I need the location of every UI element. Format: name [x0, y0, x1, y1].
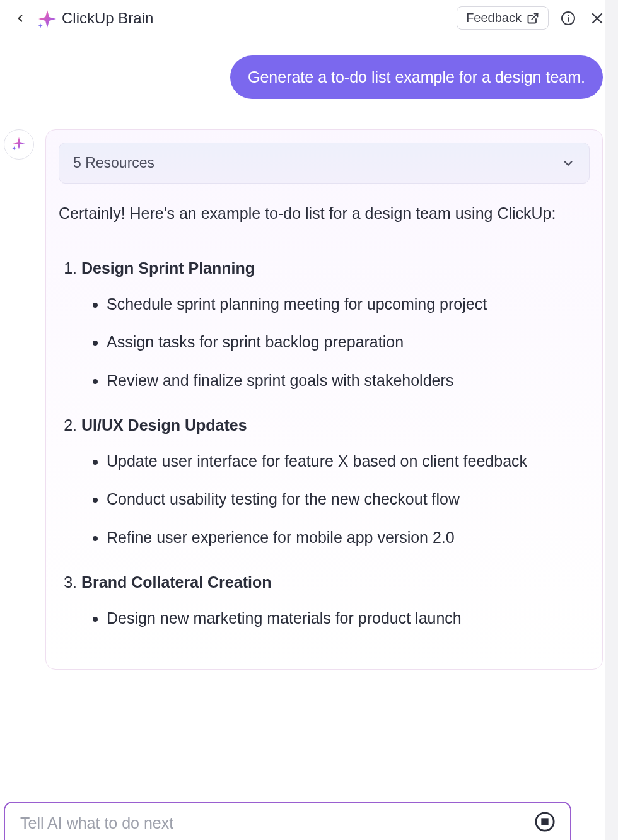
- list-item: Conduct usability testing for the new ch…: [107, 487, 590, 511]
- ai-input-field[interactable]: [20, 814, 526, 832]
- header-right: Feedback: [457, 6, 607, 30]
- close-button[interactable]: [588, 9, 607, 28]
- feedback-label: Feedback: [466, 11, 522, 25]
- info-button[interactable]: [559, 9, 578, 28]
- feedback-button[interactable]: Feedback: [457, 6, 549, 30]
- resources-toggle[interactable]: 5 Resources: [59, 143, 590, 184]
- svg-line-0: [532, 13, 537, 19]
- section-title: Brand Collateral Creation: [81, 573, 271, 591]
- section-items: Schedule sprint planning meeting for upc…: [81, 292, 590, 393]
- list-item: Review and finalize sprint goals with st…: [107, 368, 590, 393]
- chat-area: Generate a to-do list example for a desi…: [0, 40, 618, 670]
- sparkle-icon: [11, 136, 27, 153]
- chevron-left-icon: [15, 13, 26, 24]
- list-item: Update user interface for feature X base…: [107, 449, 590, 474]
- todo-section: UI/UX Design Updates Update user interfa…: [81, 413, 590, 550]
- stop-icon: [534, 811, 556, 832]
- list-item: Design new marketing materials for produ…: [107, 606, 590, 631]
- external-link-icon: [527, 12, 539, 25]
- todo-section: Design Sprint Planning Schedule sprint p…: [81, 256, 590, 393]
- svg-point-3: [568, 15, 569, 16]
- list-item: Refine user experience for mobile app ve…: [107, 525, 590, 550]
- info-icon: [561, 11, 576, 26]
- close-icon: [590, 11, 605, 26]
- ai-intro-text: Certainly! Here's an example to-do list …: [59, 201, 590, 226]
- ai-message-row: 5 Resources Certainly! Here's an example…: [15, 129, 603, 670]
- todo-section: Brand Collateral Creation Design new mar…: [81, 570, 590, 631]
- app-title: ClickUp Brain: [62, 9, 153, 27]
- ai-response-card: 5 Resources Certainly! Here's an example…: [45, 129, 603, 670]
- stop-button[interactable]: [532, 809, 557, 834]
- section-items: Update user interface for feature X base…: [81, 449, 590, 550]
- header: ClickUp Brain Feedback: [0, 0, 618, 40]
- list-item: Assign tasks for sprint backlog preparat…: [107, 330, 590, 354]
- user-message-bubble: Generate a to-do list example for a desi…: [230, 55, 603, 99]
- back-button[interactable]: [11, 9, 29, 27]
- chevron-down-icon: [561, 156, 575, 170]
- section-items: Design new marketing materials for produ…: [81, 606, 590, 631]
- ai-avatar: [4, 129, 34, 160]
- scroll-track[interactable]: [605, 0, 618, 840]
- resources-label: 5 Resources: [73, 155, 154, 172]
- section-title: UI/UX Design Updates: [81, 416, 247, 434]
- ai-input-box[interactable]: [4, 802, 571, 840]
- section-title: Design Sprint Planning: [81, 259, 255, 277]
- brain-sparkle-icon: [37, 9, 54, 27]
- list-item: Schedule sprint planning meeting for upc…: [107, 292, 590, 317]
- header-left: ClickUp Brain: [11, 9, 153, 27]
- todo-list: Design Sprint Planning Schedule sprint p…: [59, 256, 590, 631]
- svg-rect-7: [542, 819, 548, 825]
- user-message-row: Generate a to-do list example for a desi…: [15, 55, 603, 99]
